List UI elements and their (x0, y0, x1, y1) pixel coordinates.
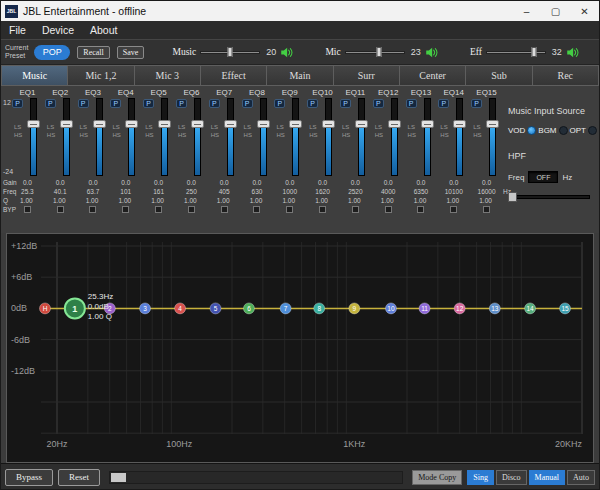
minimize-icon[interactable]: – (512, 1, 541, 21)
byp-checkbox[interactable] (417, 206, 424, 213)
byp-checkbox[interactable] (385, 206, 392, 213)
eq-slider-track[interactable] (30, 98, 37, 176)
eq-slider-track[interactable] (325, 98, 332, 176)
byp-checkbox[interactable] (253, 206, 260, 213)
byp-checkbox[interactable] (24, 206, 31, 213)
tab-surr[interactable]: Surr (334, 65, 400, 86)
slider-handle[interactable] (377, 47, 382, 57)
tab-main[interactable]: Main (267, 65, 333, 86)
band-type-button[interactable]: P (307, 99, 318, 108)
tab-center[interactable]: Center (400, 65, 466, 86)
eq-slider-handle[interactable] (224, 120, 237, 128)
tab-rec[interactable]: Rec (533, 65, 599, 86)
tab-sub[interactable]: Sub (466, 65, 532, 86)
eq-slider-track[interactable] (424, 98, 431, 176)
close-icon[interactable]: ✕ (570, 1, 599, 21)
eq-slider-handle[interactable] (257, 120, 270, 128)
bottom-scrollbar[interactable] (109, 471, 403, 484)
volume-slider-music[interactable] (200, 46, 260, 58)
tab-mic-1-2[interactable]: Mic 1,2 (68, 65, 134, 86)
eq-slider-handle[interactable] (421, 120, 434, 128)
mode-manual-button[interactable]: Manual (529, 470, 565, 485)
byp-checkbox[interactable] (319, 206, 326, 213)
recall-button[interactable]: Recall (77, 46, 109, 59)
eq-slider-handle[interactable] (322, 120, 335, 128)
tab-effect[interactable]: Effect (201, 65, 267, 86)
eq-slider-handle[interactable] (27, 120, 40, 128)
eq-slider-track[interactable] (456, 98, 463, 176)
maximize-icon[interactable]: ▢ (541, 1, 570, 21)
menu-item-device[interactable]: Device (34, 24, 82, 36)
eq-slider-track[interactable] (358, 98, 365, 176)
band-type-button[interactable]: P (274, 99, 285, 108)
mode-auto-button[interactable]: Auto (567, 470, 595, 485)
volume-slider-eff[interactable] (486, 46, 546, 58)
band-type-button[interactable]: P (45, 99, 56, 108)
slider-handle[interactable] (228, 47, 233, 57)
tab-music[interactable]: Music (1, 65, 68, 86)
byp-checkbox[interactable] (221, 206, 228, 213)
eq-slider-handle[interactable] (486, 120, 499, 128)
byp-checkbox[interactable] (352, 206, 359, 213)
hpf-slider[interactable] (508, 191, 590, 203)
eq-slider-track[interactable] (96, 98, 103, 176)
eq-slider-handle[interactable] (289, 120, 302, 128)
slider-handle[interactable] (531, 47, 536, 57)
band-type-button[interactable]: P (373, 99, 384, 108)
input-source-radio-bgm[interactable] (559, 126, 568, 135)
eq-slider-handle[interactable] (60, 120, 73, 128)
menu-item-about[interactable]: About (82, 24, 125, 36)
byp-checkbox[interactable] (89, 206, 96, 213)
eq-slider-track[interactable] (128, 98, 135, 176)
eq-slider-handle[interactable] (158, 120, 171, 128)
byp-checkbox[interactable] (155, 206, 162, 213)
eq-slider-handle[interactable] (453, 120, 466, 128)
input-source-radio-opt[interactable] (588, 126, 597, 135)
menu-item-file[interactable]: File (1, 24, 34, 36)
eq-slider-track[interactable] (194, 98, 201, 176)
reset-button[interactable]: Reset (58, 469, 100, 486)
eq-slider-handle[interactable] (125, 120, 138, 128)
eq-slider-handle[interactable] (388, 120, 401, 128)
hpf-slider-handle[interactable] (508, 192, 517, 202)
eq-slider-track[interactable] (391, 98, 398, 176)
bottom-scrollbar-thumb[interactable] (111, 473, 126, 482)
band-type-button[interactable]: P (176, 99, 187, 108)
band-type-button[interactable]: P (242, 99, 253, 108)
eq-slider-track[interactable] (227, 98, 234, 176)
tab-mic-3[interactable]: Mic 3 (135, 65, 201, 86)
hpf-freq-value[interactable]: OFF (528, 171, 558, 183)
byp-checkbox[interactable] (57, 206, 64, 213)
eq-slider-track[interactable] (161, 98, 168, 176)
band-type-button[interactable]: P (438, 99, 449, 108)
input-source-radio-vod[interactable] (527, 126, 536, 135)
eq-slider-handle[interactable] (93, 120, 106, 128)
band-type-button[interactable]: P (340, 99, 351, 108)
band-type-button[interactable]: P (12, 99, 23, 108)
band-type-button[interactable]: P (78, 99, 89, 108)
eq-band-3: EQ3PLSHS (77, 88, 110, 176)
band-type-button[interactable]: P (406, 99, 417, 108)
mode-disco-button[interactable]: Disco (496, 470, 527, 485)
band-type-button[interactable]: P (143, 99, 154, 108)
eq-slider-handle[interactable] (191, 120, 204, 128)
eq-slider-track[interactable] (292, 98, 299, 176)
byp-checkbox[interactable] (188, 206, 195, 213)
mode-sing-button[interactable]: Sing (467, 470, 494, 485)
band-type-button[interactable]: P (209, 99, 220, 108)
volume-slider-mic[interactable] (345, 46, 405, 58)
band-type-button[interactable]: P (471, 99, 482, 108)
byp-checkbox[interactable] (483, 206, 490, 213)
byp-checkbox[interactable] (122, 206, 129, 213)
band-type-button[interactable]: P (110, 99, 121, 108)
byp-checkbox[interactable] (286, 206, 293, 213)
mode-copy-button[interactable]: Mode Copy (412, 470, 462, 485)
bypass-button[interactable]: Bypass (5, 469, 53, 486)
eq-slider-track[interactable] (63, 98, 70, 176)
eq-slider-track[interactable] (260, 98, 267, 176)
byp-checkbox[interactable] (450, 206, 457, 213)
eq-slider-handle[interactable] (355, 120, 368, 128)
preset-pop-button[interactable]: POP (34, 45, 70, 60)
save-button[interactable]: Save (117, 46, 145, 59)
eq-slider-track[interactable] (489, 98, 496, 176)
